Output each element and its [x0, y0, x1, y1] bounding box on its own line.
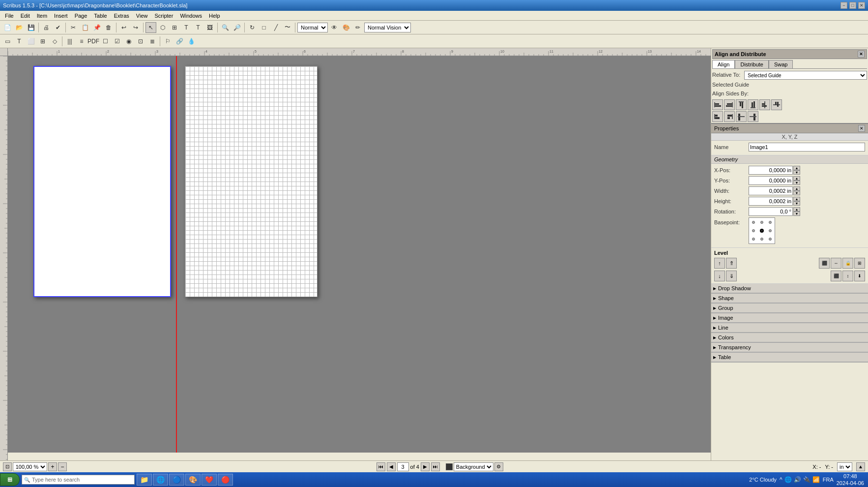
image-header[interactable]: ▶ Image: [711, 313, 868, 323]
ypos-input[interactable]: [749, 176, 793, 185]
level-br3[interactable]: ⬇: [854, 271, 865, 281]
taskbar-app3[interactable]: 🔴: [218, 474, 233, 486]
pdf-list[interactable]: ≣: [147, 36, 158, 47]
level-br2[interactable]: ↕: [842, 271, 853, 281]
chevron-icon[interactable]: ^: [780, 476, 782, 483]
eye-dropper[interactable]: 💧: [186, 36, 197, 47]
align-top-btn[interactable]: [736, 99, 747, 110]
wifi-icon[interactable]: 📶: [812, 476, 820, 483]
align-center-h-btn[interactable]: [759, 99, 770, 110]
transparency-header[interactable]: ▶ Transparency: [711, 343, 868, 352]
menu-insert[interactable]: Insert: [51, 12, 71, 20]
new-button[interactable]: 📄: [2, 22, 13, 33]
image-tool[interactable]: 🖼: [204, 22, 215, 33]
layer-select[interactable]: Background: [454, 462, 493, 471]
table-tool[interactable]: ⊞: [169, 22, 180, 33]
colors-header[interactable]: ▶ Colors: [711, 333, 868, 342]
delete-button[interactable]: 🗑: [103, 22, 114, 33]
bp-tl[interactable]: [749, 218, 757, 226]
align-center-v-btn[interactable]: [771, 99, 782, 110]
line-tool[interactable]: ╱: [270, 22, 281, 33]
ypos-up[interactable]: ▲: [793, 176, 800, 181]
vision-mode-select[interactable]: Normal Vision: [364, 23, 411, 32]
bp-bc[interactable]: [757, 235, 766, 244]
restore-button[interactable]: □: [849, 2, 856, 9]
node-tool[interactable]: ⬡: [157, 22, 168, 33]
menu-extras[interactable]: Extras: [111, 12, 132, 20]
tab-align[interactable]: Align: [712, 60, 735, 68]
xpos-input[interactable]: [749, 166, 793, 175]
align-left-btn[interactable]: [712, 99, 723, 110]
relative-to-select[interactable]: Selected Guide: [744, 71, 867, 80]
tab-distribute[interactable]: Distribute: [735, 60, 768, 68]
properties-close[interactable]: ✕: [858, 125, 865, 132]
shape-frame[interactable]: ◇: [49, 36, 60, 47]
zoom-fit-btn[interactable]: ⊡: [3, 462, 12, 471]
preview-mode[interactable]: 👁: [329, 22, 340, 33]
line-header[interactable]: ▶ Line: [711, 323, 868, 333]
text-frame-tool[interactable]: T: [14, 36, 25, 47]
align-btn-5[interactable]: [712, 111, 723, 122]
menu-page[interactable]: Page: [72, 12, 90, 20]
width-input[interactable]: [749, 186, 793, 195]
taskbar-search[interactable]: 🔍 Type here to search: [22, 475, 135, 485]
edit-mode[interactable]: ✏: [352, 22, 363, 33]
first-page-btn[interactable]: ⏮: [376, 462, 385, 471]
shape-header[interactable]: ▶ Shape: [711, 294, 868, 303]
annotation[interactable]: ⚐: [162, 36, 173, 47]
align-btn-6[interactable]: [724, 111, 735, 122]
bezier-tool[interactable]: 〜: [282, 22, 293, 33]
pdf-radio[interactable]: ◉: [123, 36, 134, 47]
drop-shadow-header[interactable]: ▶ Drop Shadow: [711, 284, 868, 293]
level-top-btn[interactable]: ⇑: [726, 258, 737, 269]
link-tool[interactable]: 🔗: [174, 36, 185, 47]
open-button[interactable]: 📂: [14, 22, 25, 33]
menu-file[interactable]: File: [2, 12, 17, 20]
taskbar-app2[interactable]: ❤️: [202, 474, 217, 486]
frame-tool[interactable]: ▭: [2, 36, 13, 47]
undo-button[interactable]: ↩: [118, 22, 129, 33]
cut-button[interactable]: ✂: [68, 22, 79, 33]
network-icon[interactable]: 🌐: [784, 476, 792, 483]
paste-button[interactable]: 📌: [91, 22, 102, 33]
pdf-checkbox[interactable]: ☑: [112, 36, 122, 47]
level-br1[interactable]: ⬛: [831, 271, 841, 281]
prev-page-btn[interactable]: ◀: [387, 462, 396, 471]
print-button[interactable]: 🖨: [41, 22, 52, 33]
view-mode-select[interactable]: Normal: [297, 23, 328, 32]
zoom-in[interactable]: 🔍: [220, 22, 231, 33]
taskbar-explorer[interactable]: 📁: [137, 474, 152, 486]
menu-table[interactable]: Table: [91, 12, 110, 20]
bp-ml[interactable]: [749, 226, 757, 235]
next-page-btn[interactable]: ▶: [421, 462, 430, 471]
table-frame-tool[interactable]: ⊞: [37, 36, 48, 47]
col-guides[interactable]: |||: [64, 36, 75, 47]
align-right-btn[interactable]: [724, 99, 735, 110]
text-tool[interactable]: T: [181, 22, 192, 33]
color-management[interactable]: 🎨: [341, 22, 351, 33]
rotation-down[interactable]: ▼: [793, 212, 800, 216]
zoom-out[interactable]: 🔎: [231, 22, 242, 33]
current-page-input[interactable]: [397, 462, 409, 471]
pdf-button[interactable]: PDF: [88, 36, 99, 47]
height-up[interactable]: ▲: [793, 197, 800, 201]
redo-button[interactable]: ↪: [130, 22, 141, 33]
image-frame-tool[interactable]: ⬜: [26, 36, 36, 47]
width-up[interactable]: ▲: [793, 186, 800, 191]
taskbar-chrome[interactable]: 🔵: [169, 474, 184, 486]
xpos-down[interactable]: ▼: [793, 170, 800, 175]
edit-text-tool[interactable]: T: [193, 22, 203, 33]
width-down[interactable]: ▼: [793, 191, 800, 195]
level-bottom-btn[interactable]: ⇓: [726, 271, 737, 281]
menu-help[interactable]: Help: [206, 12, 223, 20]
start-button[interactable]: ⊞: [0, 473, 20, 486]
battery-icon[interactable]: 🔌: [803, 476, 810, 483]
bp-mr[interactable]: [766, 226, 775, 235]
zoom-select[interactable]: 100,00 %: [13, 462, 47, 471]
layer-settings-btn[interactable]: ⚙: [494, 462, 503, 471]
unit-select[interactable]: in: [837, 462, 852, 471]
pdf-text-field[interactable]: ☐: [100, 36, 111, 47]
height-input[interactable]: [749, 197, 793, 206]
align-bottom-btn[interactable]: [748, 99, 758, 110]
minimize-button[interactable]: −: [840, 2, 847, 9]
